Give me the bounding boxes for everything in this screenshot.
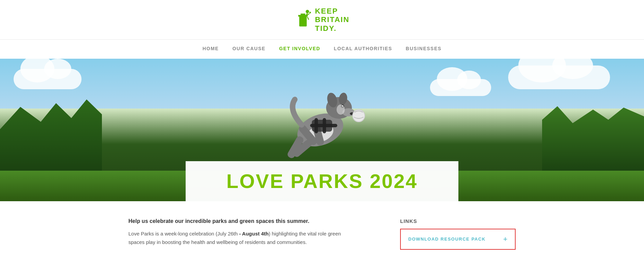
nav-local-authorities[interactable]: LOCAL AUTHORITIES — [334, 46, 392, 51]
nav-home[interactable]: HOME — [202, 46, 219, 51]
content-section: Help us celebrate our incredible parks a… — [0, 201, 644, 265]
nav-get-involved[interactable]: GET INVOLVED — [279, 46, 320, 51]
svg-point-8 — [309, 12, 311, 13]
cloud-center — [430, 79, 491, 96]
trees-right — [542, 106, 644, 174]
links-label: LINKS — [400, 218, 516, 224]
logo[interactable]: KEEP BRITAIN TIDY. — [294, 7, 350, 33]
nav-our-cause[interactable]: OUR CAUSE — [232, 46, 266, 51]
nav-businesses[interactable]: BUSINESSES — [406, 46, 442, 51]
content-body: Love Parks is a week-long celebration (J… — [128, 230, 346, 247]
cloud-left — [14, 69, 82, 89]
download-resource-pack-button[interactable]: DOWNLOAD RESOURCE PACK + — [400, 229, 516, 250]
logo-icon — [294, 10, 312, 30]
main-nav: HOME OUR CAUSE GET INVOLVED LOCAL AUTHOR… — [0, 39, 644, 59]
svg-point-22 — [337, 105, 345, 115]
svg-point-27 — [353, 110, 365, 122]
header: KEEP BRITAIN TIDY. HOME OUR CAUSE GET IN… — [0, 0, 644, 59]
svg-point-3 — [306, 10, 309, 13]
svg-rect-0 — [299, 16, 307, 26]
svg-rect-2 — [301, 14, 305, 15]
hero-section: LOVE PARKS 2024 — [0, 59, 644, 201]
content-right: LINKS DOWNLOAD RESOURCE PACK + — [400, 218, 516, 250]
hero-title: LOVE PARKS 2024 — [227, 171, 418, 191]
svg-line-6 — [307, 14, 309, 15]
svg-rect-26 — [310, 124, 337, 127]
download-button-label: DOWNLOAD RESOURCE PACK — [408, 236, 486, 242]
plus-icon: + — [503, 235, 507, 244]
content-intro: Help us celebrate our incredible parks a… — [128, 218, 346, 224]
svg-line-7 — [307, 17, 309, 20]
logo-text: KEEP BRITAIN TIDY. — [315, 7, 350, 33]
content-left: Help us celebrate our incredible parks a… — [128, 218, 346, 250]
hero-title-overlay: LOVE PARKS 2024 — [186, 161, 459, 201]
cloud-right — [508, 65, 610, 89]
